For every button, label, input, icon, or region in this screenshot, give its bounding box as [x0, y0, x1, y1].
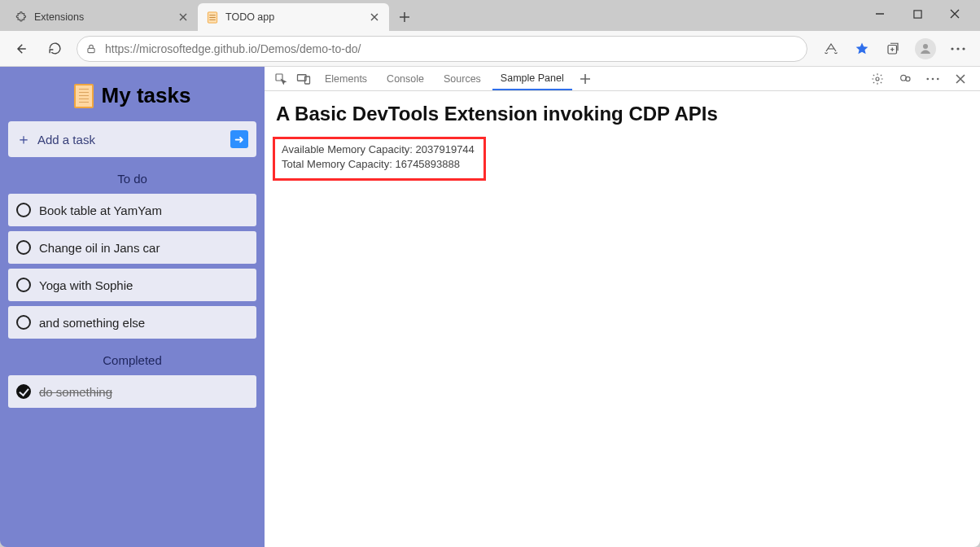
app-title-text: My tasks	[102, 83, 191, 108]
memory-available-label: Available Memory Capacity:	[282, 143, 413, 155]
svg-rect-5	[88, 48, 94, 52]
task-label: Book table at YamYam	[39, 203, 162, 217]
devtools-panel: Elements Console Sources Sample Panel	[265, 67, 980, 547]
task-label: and something else	[39, 316, 145, 330]
devtools-tab-sources[interactable]: Sources	[435, 68, 489, 90]
svg-point-19	[937, 77, 939, 80]
favorite-star-icon[interactable]	[853, 40, 871, 58]
devtools-body: A Basic DevTools Extension invoking CDP …	[265, 91, 980, 192]
svg-point-18	[932, 77, 934, 80]
refresh-button[interactable]	[42, 37, 67, 61]
tab-title: Extensions	[34, 11, 170, 23]
more-menu-icon[interactable]	[949, 40, 967, 58]
omnibox[interactable]: https://microsoftedge.github.io/Demos/de…	[77, 36, 807, 62]
url-path: /Demos/demo-to-do/	[257, 42, 361, 55]
tab-strip: Extensions TODO app	[0, 0, 980, 31]
svg-point-14	[876, 77, 879, 81]
browser-window: Extensions TODO app	[0, 0, 980, 547]
gear-icon[interactable]	[868, 69, 887, 89]
back-button[interactable]	[8, 37, 33, 61]
task-label: Yoga with Sophie	[39, 278, 133, 292]
todo-app-panel: My tasks ＋ Add a task ➜ To do Book table…	[0, 67, 265, 547]
add-task-input[interactable]: ＋ Add a task ➜	[8, 121, 256, 157]
task-item[interactable]: Yoga with Sophie	[8, 269, 256, 301]
minimize-button[interactable]	[861, 2, 899, 26]
devtools-tab-sample-panel[interactable]: Sample Panel	[492, 68, 572, 90]
memory-total-value: 16745893888	[395, 158, 460, 170]
task-label: do something	[39, 385, 112, 399]
new-tab-button[interactable]	[392, 5, 417, 29]
memory-available-value: 2037919744	[416, 143, 475, 155]
panel-heading: A Basic DevTools Extension invoking CDP …	[276, 103, 969, 125]
window-controls	[861, 0, 973, 26]
task-label: Change oil in Jans car	[39, 241, 160, 255]
devtools-close-icon[interactable]	[951, 69, 970, 89]
memory-total-label: Total Memory Capacity:	[282, 158, 392, 170]
content-area: My tasks ＋ Add a task ➜ To do Book table…	[0, 67, 980, 547]
checkbox-icon[interactable]	[16, 240, 31, 255]
maximize-button[interactable]	[899, 2, 936, 26]
checkbox-icon[interactable]	[16, 278, 31, 292]
collections-icon[interactable]	[884, 40, 902, 58]
completed-section-label: Completed	[8, 353, 256, 367]
add-task-placeholder: Add a task	[37, 133, 95, 147]
close-icon[interactable]	[368, 11, 381, 24]
plus-icon: ＋	[16, 129, 31, 149]
task-item[interactable]: and something else	[8, 306, 256, 339]
devtools-tab-elements[interactable]: Elements	[317, 68, 375, 90]
url-host: microsoftedge.github.io	[139, 42, 257, 55]
tab-title: TODO app	[225, 11, 361, 23]
completed-list: do something	[8, 375, 256, 408]
task-item[interactable]: Change oil in Jans car	[8, 231, 256, 264]
task-item[interactable]: Book table at YamYam	[8, 194, 256, 226]
lock-icon	[85, 43, 97, 55]
clipboard-icon	[74, 84, 94, 108]
checkbox-checked-icon[interactable]	[16, 384, 31, 399]
svg-point-17	[926, 77, 929, 80]
checkbox-icon[interactable]	[16, 315, 31, 330]
submit-arrow-icon[interactable]: ➜	[230, 130, 248, 148]
add-panel-icon[interactable]	[575, 69, 595, 89]
svg-rect-4	[913, 10, 921, 17]
todo-list: Book table at YamYam Change oil in Jans …	[8, 194, 256, 339]
note-icon	[206, 11, 219, 24]
url-scheme: https://	[105, 42, 139, 55]
devtools-more-icon[interactable]	[923, 69, 943, 89]
memory-info-box: Available Memory Capacity: 2037919744 To…	[273, 137, 486, 181]
checkbox-icon[interactable]	[16, 203, 31, 217]
feedback-icon[interactable]	[895, 69, 915, 89]
address-bar: https://microsoftedge.github.io/Demos/de…	[0, 31, 980, 67]
close-window-button[interactable]	[936, 2, 973, 26]
svg-point-7	[923, 44, 928, 49]
url-text: https://microsoftedge.github.io/Demos/de…	[105, 42, 361, 55]
memory-total-row: Total Memory Capacity: 16745893888	[282, 157, 477, 172]
read-aloud-icon[interactable]	[822, 40, 840, 58]
svg-point-10	[962, 47, 965, 50]
inspect-element-icon[interactable]	[271, 69, 291, 89]
svg-point-8	[951, 47, 953, 50]
devtools-tabstrip: Elements Console Sources Sample Panel	[265, 67, 980, 91]
devtools-tab-console[interactable]: Console	[378, 68, 432, 90]
app-title: My tasks	[8, 83, 256, 108]
toolbar-right	[817, 38, 972, 59]
task-item-completed[interactable]: do something	[8, 375, 256, 408]
puzzle-icon	[15, 11, 28, 24]
memory-available-row: Available Memory Capacity: 2037919744	[282, 142, 477, 157]
close-icon[interactable]	[177, 11, 190, 24]
tab-todo-app[interactable]: TODO app	[198, 3, 389, 31]
device-toolbar-icon[interactable]	[294, 69, 313, 89]
todo-section-label: To do	[8, 172, 256, 186]
devtools-right-controls	[868, 69, 973, 89]
profile-avatar[interactable]	[915, 38, 936, 59]
svg-point-9	[956, 47, 959, 50]
tab-extensions[interactable]: Extensions	[7, 3, 198, 31]
